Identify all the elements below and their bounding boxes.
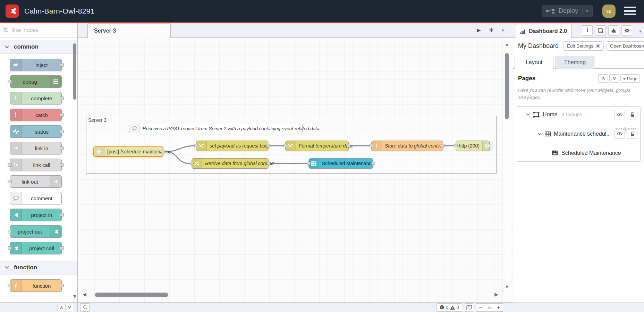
input-port <box>190 162 194 165</box>
vertical-scroll-thumb[interactable] <box>505 53 509 119</box>
error-icon <box>440 305 444 310</box>
node-label: Store data to global context <box>382 141 447 151</box>
comment-node[interactable]: Receives a POST request from Server 2 wi… <box>129 124 303 133</box>
flow-tab-server3[interactable]: Server 3 <box>87 23 171 38</box>
lock-button[interactable] <box>627 129 637 139</box>
edit-settings-label: Edit Settings <box>567 43 593 49</box>
change-node-set-payload[interactable]: set payload as request body <box>196 141 268 151</box>
palette-node-complete[interactable]: ! complete <box>10 92 62 104</box>
add-page-button[interactable]: + Page <box>620 74 640 83</box>
palette-node-label: link call <box>22 159 61 171</box>
help-tab-button[interactable] <box>595 25 606 36</box>
tab-layout[interactable]: Layout <box>515 56 553 69</box>
pages-collapse-button[interactable] <box>598 74 608 83</box>
input-port <box>194 144 198 147</box>
page-row-buttons <box>615 110 637 119</box>
palette-search[interactable] <box>0 23 77 38</box>
palette-scroll-down-arrow[interactable]: ▼ <box>72 294 77 299</box>
palette-node-comment[interactable]: comment <box>10 192 62 204</box>
tab-theming[interactable]: Theming <box>556 56 594 69</box>
lock-button[interactable] <box>627 110 637 119</box>
palette-node-label: project in <box>22 209 61 221</box>
palette-node-label: project call <box>22 242 61 254</box>
horizontal-scroll-thumb[interactable] <box>95 293 168 297</box>
tree-row-widget-scheduled-maintenance[interactable]: Scheduled Maintenance <box>517 145 640 161</box>
scroll-up-arrow[interactable]: ▲ <box>505 42 509 47</box>
sidebar-caret[interactable]: ▾ <box>639 29 641 34</box>
http-response-node[interactable]: http (200) <box>456 141 490 151</box>
palette-node-status[interactable]: status <box>10 125 62 138</box>
http-in-node[interactable]: [post] /schedule-maintenance <box>93 146 163 157</box>
visibility-button[interactable] <box>615 110 625 119</box>
input-port <box>8 284 12 287</box>
scroll-down-arrow[interactable]: ▼ <box>505 284 509 289</box>
output-port <box>266 162 270 165</box>
input-port <box>454 144 458 147</box>
output-port <box>60 113 64 117</box>
tab-dashboard-2[interactable]: Dashboard 2.0 <box>516 24 571 38</box>
function-node-store-data[interactable]: ƒ Store data to global context <box>371 141 443 151</box>
tree-row-group-maintenance[interactable]: Maintenance schedul... 1 Widgets <box>517 123 640 145</box>
palette-node-link-out[interactable]: link out <box>10 175 62 188</box>
deploy-options-caret[interactable]: ▾ <box>582 9 588 14</box>
palette-filter-input[interactable] <box>11 27 63 34</box>
palette-category-function[interactable]: function <box>0 261 77 275</box>
palette-node-function[interactable]: ƒ function <box>10 279 62 292</box>
chevron-down-icon[interactable] <box>538 133 542 135</box>
flow-list-caret[interactable]: ▾ <box>502 28 504 33</box>
function-icon: ƒ <box>10 280 22 292</box>
zoom-in-button[interactable]: + <box>494 303 503 312</box>
palette-node-label: catch <box>22 109 61 121</box>
scroll-right-arrow[interactable]: ▶ <box>494 292 498 297</box>
group-name: Maintenance schedul... <box>554 131 609 137</box>
output-port <box>60 96 64 100</box>
ui-table-node[interactable]: Scheduled Maintenance <box>308 158 373 169</box>
notification-counts[interactable]: 0 0 <box>437 303 462 312</box>
deploy-button[interactable]: Deploy ▾ <box>542 5 593 17</box>
bug-icon <box>611 28 616 33</box>
palette-node-inject[interactable]: inject <box>10 59 62 71</box>
zoom-controls: − ○ + <box>476 303 503 312</box>
edit-settings-button[interactable]: Edit Settings <box>564 41 604 51</box>
header-bar: Calm-Barn-Owl-8291 Deploy ▾ su <box>0 0 644 23</box>
palette-node-debug[interactable]: debug <box>10 75 62 88</box>
complete-icon: ! <box>10 92 22 104</box>
settings-tab-button[interactable] <box>621 25 632 36</box>
search-icon <box>3 28 8 33</box>
palette-category-common[interactable]: common <box>0 40 77 54</box>
tree-row-page-home[interactable]: Home 1 Groups <box>517 107 640 123</box>
visibility-button[interactable] <box>615 129 625 139</box>
canvas-search-button[interactable] <box>80 303 90 312</box>
change-node-format-temperature[interactable]: Format temperature data. <box>285 141 349 151</box>
zoom-out-button[interactable]: − <box>476 303 485 312</box>
scroll-left-arrow[interactable]: ◀ <box>83 292 86 297</box>
output-port <box>347 144 350 147</box>
zoom-reset-button[interactable]: ○ <box>485 303 494 312</box>
debug-tab-button[interactable] <box>608 25 619 36</box>
change-node-retrieve-data[interactable]: Retrive data from global context <box>192 158 269 169</box>
palette-node-project-out[interactable]: project out <box>10 225 62 238</box>
collapse-all-button[interactable] <box>57 304 66 311</box>
tabbar-actions: ▶ + ▾ <box>477 26 504 35</box>
chevron-down-icon[interactable] <box>526 113 530 116</box>
flow-canvas[interactable]: Server 3 Receives a POST request from Se… <box>78 38 513 302</box>
add-flow-button[interactable]: + <box>489 26 494 35</box>
palette-node-link-call[interactable]: link call <box>10 159 62 171</box>
open-dashboard-button[interactable]: Open Dashboard <box>607 41 644 51</box>
palette-node-project-in[interactable]: project in <box>10 209 62 221</box>
tab-scroll-right-icon[interactable]: ▶ <box>477 27 481 33</box>
palette-node-link-in[interactable]: link in <box>10 142 62 154</box>
node-label: http (200) <box>456 141 482 151</box>
navigator-button[interactable] <box>465 303 473 312</box>
info-tab-button[interactable]: i <box>582 25 593 36</box>
palette-node-catch[interactable]: ! catch <box>10 109 62 121</box>
main-menu-button[interactable] <box>624 7 636 15</box>
warning-icon <box>450 305 455 310</box>
user-avatar[interactable]: su <box>602 5 616 18</box>
page-name: Home <box>543 111 558 118</box>
palette-node-project-call[interactable]: project call <box>10 242 62 254</box>
expand-all-button[interactable] <box>66 304 74 311</box>
palette-scrollbar-thumb[interactable] <box>73 43 76 100</box>
pages-expand-button[interactable] <box>609 74 619 83</box>
canvas-vertical-scrollbar[interactable]: ▲ ▼ <box>503 38 511 302</box>
